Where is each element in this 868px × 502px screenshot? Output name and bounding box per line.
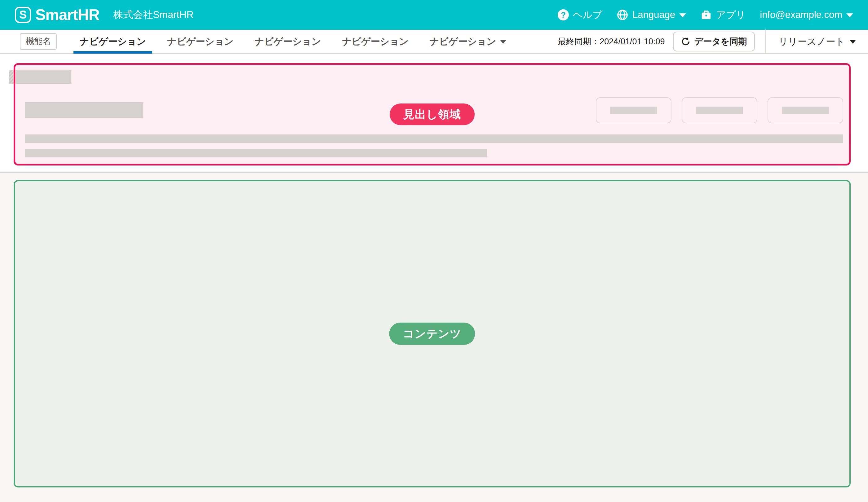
nav-tabs: ナビゲーション ナビゲーション ナビゲーション ナビゲーション ナビゲーション: [69, 30, 516, 54]
heading-zone: 見出し領域: [0, 54, 868, 172]
nav-tab-label: ナビゲーション: [167, 35, 234, 48]
language-label: Language: [632, 9, 675, 20]
chevron-down-icon: [679, 13, 686, 17]
placeholder-action-button-3[interactable]: [767, 97, 843, 123]
briefcase-icon: [700, 9, 712, 21]
nav-tab-label: ナビゲーション: [342, 35, 409, 48]
last-sync-label: 最終同期：2024/01/01 10:09: [558, 36, 665, 47]
skeleton-page-title: [25, 102, 143, 118]
chevron-down-icon: [850, 40, 856, 44]
company-name: 株式会社SmartHR: [113, 8, 194, 22]
nav-tab-label: ナビゲーション: [430, 35, 496, 48]
brand-name: SmartHR: [35, 6, 100, 24]
logo-letter: S: [19, 9, 27, 20]
content-area-badge: コンテンツ: [389, 323, 475, 345]
content-zone: コンテンツ: [0, 172, 868, 502]
nav-tab-2[interactable]: ナビゲーション: [156, 30, 244, 54]
header-actions: ? ヘルプ Language アプリ info@example.com: [558, 8, 853, 21]
apps-link[interactable]: アプリ: [700, 8, 745, 21]
apps-label: アプリ: [716, 8, 745, 21]
heading-area-annotation: 見出し領域: [14, 63, 851, 166]
heading-area-badge: 見出し領域: [390, 104, 475, 125]
nav-tab-1[interactable]: ナビゲーション: [69, 30, 156, 54]
help-icon: ?: [558, 9, 569, 20]
content-area-annotation: コンテンツ: [14, 180, 851, 488]
chevron-down-icon: [846, 13, 853, 17]
account-email: info@example.com: [760, 9, 842, 20]
nav-right: 最終同期：2024/01/01 10:09 データを同期 リリースノート: [558, 30, 868, 54]
language-dropdown[interactable]: Language: [617, 9, 686, 21]
placeholder-action-button-2[interactable]: [682, 97, 757, 123]
account-menu[interactable]: info@example.com: [760, 9, 853, 20]
nav-tab-label: ナビゲーション: [80, 35, 146, 48]
chevron-down-icon: [500, 40, 506, 44]
app-nav: 機能名 ナビゲーション ナビゲーション ナビゲーション ナビゲーション ナビゲー…: [0, 30, 868, 54]
skeleton-button-label: [782, 107, 829, 114]
app-header: S SmartHR 株式会社SmartHR ? ヘルプ Language アプリ: [0, 0, 868, 30]
feature-name-chip: 機能名: [20, 33, 57, 50]
nav-tab-3[interactable]: ナビゲーション: [244, 30, 331, 54]
nav-tab-4[interactable]: ナビゲーション: [332, 30, 419, 54]
release-notes-dropdown[interactable]: リリースノート: [766, 30, 868, 54]
brand-logo[interactable]: S SmartHR: [15, 6, 100, 24]
sync-data-label: データを同期: [694, 36, 747, 48]
skeleton-text-line: [25, 149, 487, 157]
skeleton-button-label: [696, 107, 743, 114]
skeleton-text-line: [25, 135, 843, 143]
sync-data-button[interactable]: データを同期: [673, 32, 755, 51]
help-label: ヘルプ: [573, 8, 602, 21]
help-link[interactable]: ? ヘルプ: [558, 8, 602, 21]
nav-tab-5[interactable]: ナビゲーション: [419, 30, 516, 54]
globe-icon: [617, 9, 628, 21]
skeleton-topic-block: [9, 70, 71, 84]
release-notes-label: リリースノート: [778, 35, 845, 48]
refresh-icon: [681, 37, 690, 46]
placeholder-action-button-1[interactable]: [596, 97, 671, 123]
skeleton-button-label: [610, 107, 657, 114]
nav-tab-label: ナビゲーション: [255, 35, 321, 48]
smarthr-logo-icon: S: [15, 7, 31, 23]
